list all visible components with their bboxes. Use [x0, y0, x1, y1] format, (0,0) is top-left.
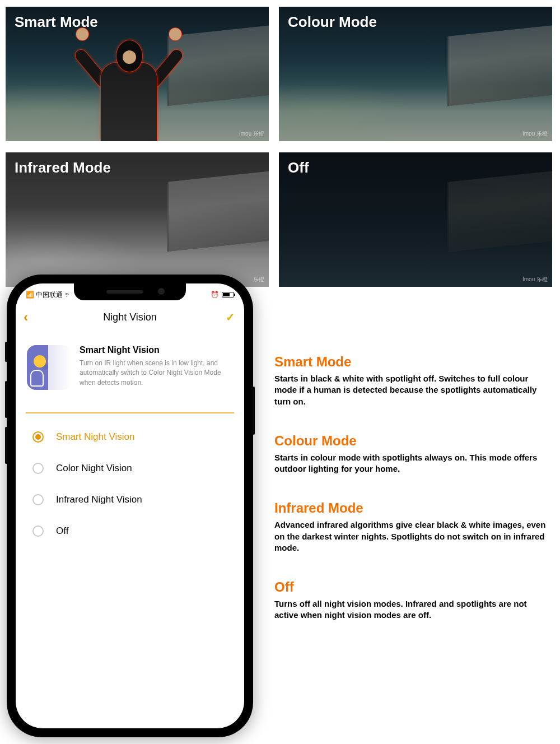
cam-label: Colour Mode	[288, 13, 377, 31]
option-off[interactable]: Off	[16, 515, 244, 547]
cam-infrared-mode: Infrared Mode 乐橙	[6, 152, 269, 287]
watermark: Imou 乐橙	[239, 130, 264, 138]
phone-frame: 📶 中国联通 ᯤ ⏰ ‹ Night Vision ✓ Smart Night …	[7, 275, 253, 737]
back-button[interactable]: ‹	[24, 309, 28, 325]
carrier-label: 中国联通	[36, 290, 63, 300]
watermark: Imou 乐橙	[522, 130, 548, 138]
desc-body: Advanced infrared algorithms give clear …	[274, 519, 551, 554]
cam-colour-mode: Colour Mode Imou 乐橙	[279, 7, 552, 141]
option-color-night-vision[interactable]: Color Night Vision	[16, 453, 244, 484]
option-label: Off	[56, 526, 68, 537]
page-title: Night Vision	[103, 311, 157, 323]
cam-smart-mode: Smart Mode Imou 乐橙	[6, 7, 269, 141]
phone-side-button	[253, 387, 255, 435]
desc-smart-mode: Smart Mode Starts in black & white with …	[274, 354, 551, 407]
radio-icon	[32, 431, 44, 443]
phone-side-button	[5, 342, 7, 362]
option-infrared-night-vision[interactable]: Infrared Night Vision	[16, 484, 244, 515]
radio-icon	[32, 526, 44, 537]
feature-card: Smart Night Vision Turn on IR light when…	[27, 345, 233, 390]
cam-off-mode: Off Imou 乐橙	[279, 152, 552, 287]
phone-screen: 📶 中国联通 ᯤ ⏰ ‹ Night Vision ✓ Smart Night …	[16, 283, 244, 728]
desc-title: Colour Mode	[274, 433, 551, 449]
radio-icon	[32, 494, 44, 505]
option-label: Infrared Night Vision	[56, 494, 142, 505]
desc-body: Starts in black & white with spotlight o…	[274, 373, 551, 407]
options-list: Smart Night Vision Color Night Vision In…	[16, 421, 244, 547]
nav-bar: ‹ Night Vision ✓	[16, 305, 244, 329]
watermark: Imou 乐橙	[522, 276, 548, 283]
desc-title: Infrared Mode	[274, 500, 551, 516]
desc-body: Starts in colour mode with spotlights al…	[274, 452, 551, 475]
desc-colour-mode: Colour Mode Starts in colour mode with s…	[274, 433, 551, 475]
signal-icon: 📶	[26, 291, 34, 299]
desc-title: Smart Mode	[274, 354, 551, 370]
night-vision-icon	[27, 345, 72, 390]
option-label: Color Night Vision	[56, 463, 132, 474]
phone-side-button	[5, 381, 7, 418]
feature-desc: Turn on IR light when scene is in low li…	[80, 359, 233, 388]
wifi-icon: ᯤ	[64, 291, 71, 299]
watermark: 乐橙	[253, 276, 264, 283]
intruder-outline	[78, 29, 179, 141]
alarm-icon: ⏰	[211, 291, 219, 299]
radio-icon	[32, 463, 44, 474]
confirm-button[interactable]: ✓	[226, 310, 235, 324]
desc-infrared-mode: Infrared Mode Advanced infrared algorith…	[274, 500, 551, 554]
cam-label: Off	[288, 159, 309, 176]
divider	[26, 412, 234, 413]
option-label: Smart Night Vision	[56, 431, 134, 443]
phone-side-button	[5, 427, 7, 464]
phone-notch	[74, 283, 186, 300]
desc-off: Off Turns off all night vision modes. In…	[274, 579, 551, 621]
option-smart-night-vision[interactable]: Smart Night Vision	[16, 421, 244, 453]
desc-body: Turns off all night vision modes. Infrar…	[274, 598, 551, 621]
battery-icon	[222, 292, 234, 297]
feature-title: Smart Night Vision	[80, 345, 233, 355]
desc-title: Off	[274, 579, 551, 595]
cam-label: Infrared Mode	[15, 159, 111, 176]
cam-label: Smart Mode	[15, 13, 98, 31]
descriptions-column: Smart Mode Starts in black & white with …	[274, 354, 551, 647]
